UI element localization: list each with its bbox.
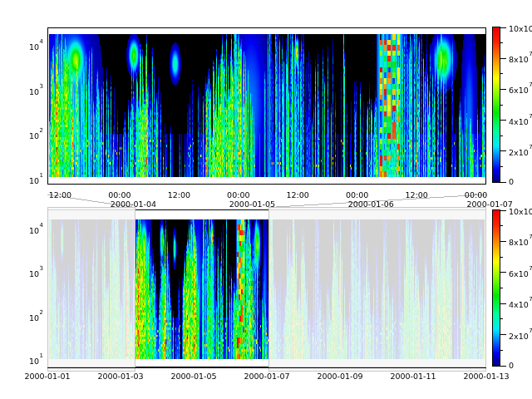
x-tick-label: 2000-01-07: [244, 372, 289, 381]
y-tick-label: 101: [10, 175, 43, 185]
colorbar-tick-label: 0: [509, 177, 514, 186]
y-tick-label: 104: [10, 224, 43, 235]
spectrogram-viewer: 12:0000:002000-01-0412:0000:002000-01-05…: [0, 0, 532, 399]
x-tick-label: 12:00: [287, 190, 309, 200]
zoom-plot-frame: [48, 28, 486, 185]
date-tick-label: 2000-01-06: [348, 200, 394, 209]
x-tick-label: 2000-01-01: [24, 372, 70, 381]
y-tick-label: 102: [10, 130, 43, 140]
x-tick-label: 12:00: [168, 190, 190, 200]
x-tick-label: 00:00: [227, 190, 249, 200]
colorbar-tick-label: 4x107: [509, 298, 532, 309]
x-tick-label: 00:00: [465, 190, 487, 200]
context-excluded-right-overlay[interactable]: [269, 208, 486, 372]
x-tick-label: 2000-01-13: [463, 372, 509, 381]
x-tick-label: 2000-01-11: [390, 372, 436, 381]
colorbar-tick-label: 4x107: [509, 116, 532, 126]
context-excluded-left-overlay[interactable]: [48, 208, 135, 372]
y-tick-label: 101: [10, 355, 43, 366]
y-tick-label: 103: [10, 268, 43, 278]
y-tick-label: 104: [10, 41, 43, 52]
colorbar-tick-label: 10x107: [509, 205, 532, 216]
colorbar-tick-label: 2x107: [509, 146, 532, 157]
colorbar-tick-label: 8x107: [509, 236, 532, 247]
x-tick-label: 00:00: [346, 190, 368, 200]
date-tick-label: 2000-01-04: [111, 200, 156, 209]
x-tick-label: 00:00: [108, 190, 131, 200]
date-tick-label: 2000-01-07: [467, 200, 513, 209]
x-tick-label: 12:00: [405, 190, 427, 200]
y-tick-label: 102: [10, 312, 43, 323]
x-tick-label: 2000-01-03: [97, 372, 143, 381]
colorbar-tick-label: 6x107: [509, 268, 532, 278]
colorbar-tick-label: 10x107: [509, 22, 532, 33]
colorbar-tick-label: 6x107: [509, 84, 532, 95]
x-tick-label: 12:00: [49, 190, 71, 200]
colorbar-tick-label: 8x107: [509, 53, 532, 64]
x-tick-label: 2000-01-05: [170, 372, 216, 381]
y-tick-label: 103: [10, 86, 43, 96]
x-tick-label: 2000-01-09: [317, 372, 362, 381]
date-tick-label: 2000-01-05: [229, 200, 275, 209]
colorbar-tick-label: 2x107: [509, 330, 532, 341]
colorbar-tick-label: 0: [509, 361, 514, 370]
